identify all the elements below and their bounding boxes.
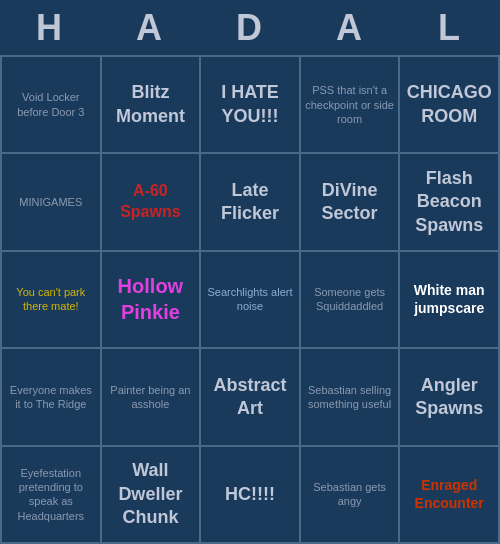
cell-3[interactable]: PSS that isn't a checkpoint or side room (301, 57, 401, 154)
cell-13[interactable]: Someone gets Squiddaddled (301, 252, 401, 349)
cell-6[interactable]: A-60 Spawns (102, 154, 202, 251)
cell-text-12: Searchlights alert noise (205, 285, 295, 314)
cell-text-16: Painter being an asshole (106, 383, 196, 412)
cell-23[interactable]: Sebastian gets angy (301, 447, 401, 544)
cell-18[interactable]: Sebastian selling something useful (301, 349, 401, 446)
cell-text-10: You can't park there mate! (6, 285, 96, 314)
cell-text-23: Sebastian gets angy (305, 480, 395, 509)
cell-text-24: Enraged Encounter (404, 476, 494, 512)
cell-7[interactable]: Late Flicker (201, 154, 301, 251)
cell-text-5: MINIGAMES (19, 195, 82, 209)
cell-11[interactable]: Hollow Pinkie (102, 252, 202, 349)
cell-text-1: Blitz Moment (106, 81, 196, 128)
cell-17[interactable]: Abstract Art (201, 349, 301, 446)
cell-text-2: I HATE YOU!!! (205, 81, 295, 128)
cell-text-14: White man jumpscare (404, 281, 494, 317)
cell-text-22: HC!!!! (225, 483, 275, 506)
cell-text-17: Abstract Art (205, 374, 295, 421)
cell-text-6: A-60 Spawns (106, 181, 196, 223)
cell-text-3: PSS that isn't a checkpoint or side room (305, 83, 395, 126)
cell-text-19: Angler Spawns (404, 374, 494, 421)
header-row: HADAL (0, 0, 500, 55)
cell-text-18: Sebastian selling something useful (305, 383, 395, 412)
header-letter-a: A (100, 0, 200, 55)
cell-9[interactable]: Flash Beacon Spawns (400, 154, 500, 251)
cell-1[interactable]: Blitz Moment (102, 57, 202, 154)
header-letter-a: A (300, 0, 400, 55)
cell-22[interactable]: HC!!!! (201, 447, 301, 544)
cell-16[interactable]: Painter being an asshole (102, 349, 202, 446)
cell-20[interactable]: Eyefestation pretending to speak as Head… (2, 447, 102, 544)
cell-10[interactable]: You can't park there mate! (2, 252, 102, 349)
bingo-card: HADAL Void Locker before Door 3Blitz Mom… (0, 0, 500, 544)
cell-2[interactable]: I HATE YOU!!! (201, 57, 301, 154)
bingo-grid: Void Locker before Door 3Blitz MomentI H… (0, 55, 500, 544)
cell-19[interactable]: Angler Spawns (400, 349, 500, 446)
cell-14[interactable]: White man jumpscare (400, 252, 500, 349)
cell-24[interactable]: Enraged Encounter (400, 447, 500, 544)
cell-0[interactable]: Void Locker before Door 3 (2, 57, 102, 154)
header-letter-h: H (0, 0, 100, 55)
cell-text-7: Late Flicker (205, 179, 295, 226)
cell-text-11: Hollow Pinkie (106, 273, 196, 325)
cell-5[interactable]: MINIGAMES (2, 154, 102, 251)
cell-text-9: Flash Beacon Spawns (404, 167, 494, 237)
cell-8[interactable]: DiVine Sector (301, 154, 401, 251)
cell-4[interactable]: CHICAGO ROOM (400, 57, 500, 154)
cell-15[interactable]: Everyone makes it to The Ridge (2, 349, 102, 446)
cell-text-15: Everyone makes it to The Ridge (6, 383, 96, 412)
cell-text-21: Wall Dweller Chunk (106, 459, 196, 529)
cell-12[interactable]: Searchlights alert noise (201, 252, 301, 349)
cell-text-8: DiVine Sector (305, 179, 395, 226)
header-letter-d: D (200, 0, 300, 55)
cell-21[interactable]: Wall Dweller Chunk (102, 447, 202, 544)
header-letter-l: L (400, 0, 500, 55)
cell-text-20: Eyefestation pretending to speak as Head… (6, 466, 96, 523)
cell-text-4: CHICAGO ROOM (404, 81, 494, 128)
cell-text-0: Void Locker before Door 3 (6, 90, 96, 119)
cell-text-13: Someone gets Squiddaddled (305, 285, 395, 314)
